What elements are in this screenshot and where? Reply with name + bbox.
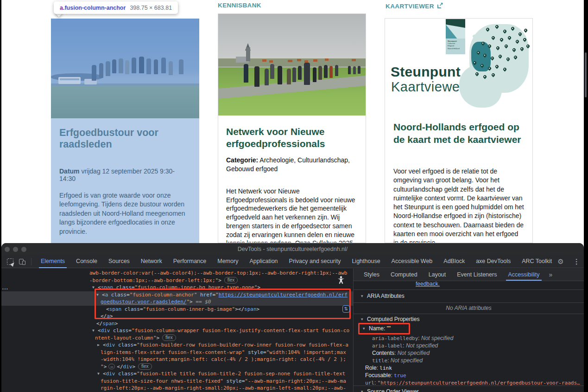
sidebar-tab-layout[interactable]: Layout: [423, 269, 452, 281]
section-aria-attributes[interactable]: ▾ARIA Attributes: [354, 290, 584, 302]
tab-sources[interactable]: Sources: [103, 255, 135, 268]
flex-badge[interactable]: flex: [138, 363, 152, 370]
code-line[interactable]: ▼<div class="fusion-title title fusion-t…: [1, 370, 353, 378]
kaartviewer-wordmark-light: Kaartviewer: [391, 79, 465, 95]
photo-person-figure: [270, 64, 274, 79]
card3-description: Voor veel erfgoed is de relatie tot de o…: [393, 167, 524, 243]
card-erfgoedbustour[interactable]: Erfgoedbustour voor raadsleden Datum vri…: [51, 19, 199, 243]
date-label: Datum: [59, 167, 80, 175]
kebab-menu-icon[interactable]: ⋮: [573, 257, 580, 266]
a11y-name-row[interactable]: ▾Name: "": [363, 325, 391, 332]
tab-memory[interactable]: Memory: [212, 255, 244, 268]
code-line[interactable]: ">…</div>flex: [1, 363, 353, 371]
inspect-tooltip-selector: a.fusion-column-anchor: [60, 5, 126, 11]
settings-gear-icon[interactable]: ⚙: [557, 257, 563, 266]
tab-accessible-web[interactable]: Accessible Web: [386, 255, 438, 268]
sidebar-tab-computed[interactable]: Computed: [385, 269, 423, 281]
photo-blue-tint: [51, 19, 199, 118]
photo-roof: [269, 60, 273, 63]
code-line[interactable]: ▼<span class="fusion-column-inner-bg hov…: [1, 284, 353, 291]
sidebar-tab-accessibility[interactable]: Accessibility: [502, 269, 545, 281]
code-line[interactable]: -width:104% !important;margin-left: calc…: [1, 356, 353, 363]
a11y-prop-contents: Contents: Not specified: [354, 349, 584, 357]
sidebar-tab-event-listeners[interactable]: Event Listeners: [451, 269, 502, 281]
more-tabs-chevron-icon[interactable]: »: [549, 271, 553, 278]
card2-description: Het Netwerk voor Nieuwe Erfgoedprofessio…: [226, 187, 358, 243]
card1-description: Erfgoed is van grote waarde voor onze le…: [59, 191, 191, 236]
code-line[interactable]: ntent-layout-column">flex: [1, 334, 353, 342]
card-kaartviewer[interactable]: SteunpuntCultureelErfgoedNoord-Holland S…: [385, 18, 533, 243]
screenshot-root: Erfgoedbustour voor raadsleden Datum vri…: [0, 0, 588, 392]
photo-person-figure: [292, 67, 296, 82]
a11y-prop-title: title: Not specified: [354, 357, 584, 364]
photo-person-figure: [287, 69, 291, 84]
section-kennisbank[interactable]: KENNISBANK: [218, 2, 261, 9]
photo-person-figure: [348, 66, 351, 74]
expand-ellipsis-badge[interactable]: …: [108, 364, 115, 369]
kaartviewer-label: KAARTVIEWER: [386, 3, 434, 10]
card1-photo: [51, 19, 199, 118]
accessibility-person-icon[interactable]: [337, 276, 345, 284]
tab-lighthouse[interactable]: Lighthouse: [346, 255, 386, 268]
card3-title: Noord-Hollands erfgoed op de kaart met d…: [393, 111, 524, 146]
devtools-main: awb-border-color:var(--awb-color4);--awb…: [1, 269, 584, 392]
sidebar-tab-styles[interactable]: Styles: [358, 269, 385, 281]
code-line[interactable]: </a>: [1, 313, 353, 320]
card-netwerk[interactable]: Netwerk voor Nieuwe erfgoedprofessionals…: [218, 13, 366, 243]
devtools-tabs: ElementsConsoleSourcesNetworkPerformance…: [35, 255, 557, 268]
kaartviewer-wordmark-bold: Steunpunt: [391, 64, 461, 80]
code-line[interactable]: lign-items-flex-start fusion-flex-conten…: [1, 349, 353, 356]
code-line[interactable]: ▼<a class="fusion-column-anchor" href="h…: [1, 291, 353, 299]
photo-roof: [352, 59, 356, 61]
photo-person-figure: [335, 65, 338, 76]
tab-elements[interactable]: Elements: [35, 255, 70, 268]
code-line[interactable]: awb-border-color:var(--awb-color4);--awb…: [1, 270, 353, 277]
code-line[interactable]: </span>: [1, 320, 353, 328]
inspect-tooltip-dimensions: 398.75 × 683.81: [130, 5, 172, 11]
tab-privacy-and-security[interactable]: Privacy and security: [284, 255, 347, 268]
photo-person-figure: [265, 69, 269, 85]
browser-page: Erfgoedbustour voor raadsleden Datum vri…: [0, 0, 584, 243]
chevron-down-icon: ▾: [363, 326, 369, 331]
photo-person-figure: [304, 63, 310, 85]
section-computed-properties[interactable]: ▾Computed Properties: [354, 314, 584, 324]
tab-network[interactable]: Network: [135, 255, 168, 268]
code-line[interactable]: <span class="fusion-column-inner-bg-imag…: [1, 306, 353, 313]
device-toolbar-icon[interactable]: [19, 258, 25, 265]
code-line[interactable]: fusion-title-size-four nhws-title-fixed"…: [1, 378, 353, 385]
a11y-prop-aria-labelledby: aria-labelledby: Not specified: [354, 334, 584, 342]
scroll-into-view-badge[interactable]: ⇅: [342, 305, 350, 313]
no-aria-attributes-text: No ARIA attributes: [354, 305, 584, 311]
card2-title: Netwerk voor Nieuwe erfgoedprofessionals: [226, 116, 358, 150]
a11y-prop-aria-label: aria-label: Not specified: [354, 342, 584, 349]
feedback-link[interactable]: feedback.: [416, 281, 440, 287]
tab-adblock[interactable]: AdBlock: [438, 255, 470, 268]
ellipsis-marker: ⋯: [2, 285, 9, 292]
tab-performance[interactable]: Performance: [168, 255, 212, 268]
chevron-down-icon: ▾: [361, 314, 367, 324]
page-scrollbar[interactable]: [585, 52, 587, 97]
code-line[interactable]: goedbustour-voor-raadsleden/"> == $0: [1, 298, 353, 306]
elements-panel: awb-border-color:var(--awb-color4);--awb…: [1, 269, 353, 392]
a11y-props: aria-labelledby: Not specifiedaria-label…: [354, 334, 584, 386]
photo-person-figure: [318, 66, 322, 80]
card2-category: Categorie: Archeologie, Cultuurlandschap…: [226, 156, 358, 174]
section-kaartviewer[interactable]: KAARTVIEWER↗: [386, 3, 443, 10]
chevron-down-icon: ▾: [361, 386, 367, 392]
code-line[interactable]: ▶<div class="fusion-builder-row fusion-b…: [1, 341, 353, 349]
tab-axe-devtools[interactable]: axe DevTools: [470, 255, 516, 268]
photo-roof: [288, 60, 292, 62]
code-line[interactable]: ▼<div class="fusion-column-wrapper fusio…: [1, 327, 353, 334]
section-source-order-viewer[interactable]: ▾Source Order Viewer: [354, 386, 584, 392]
photo-person-figure: [329, 66, 333, 78]
flex-badge[interactable]: flex: [162, 334, 176, 341]
code-line[interactable]: rgin-left:20px;--awb-margin-right-small:…: [1, 385, 353, 392]
flex-badge[interactable]: flex: [224, 277, 238, 283]
card2-photo: [218, 14, 366, 116]
tab-application[interactable]: Application: [244, 255, 283, 268]
inspect-element-icon[interactable]: [7, 258, 13, 265]
tab-console[interactable]: Console: [70, 255, 103, 268]
card1-body: Erfgoedbustour voor raadsleden Datum vri…: [51, 118, 199, 236]
code-line[interactable]: -border-bottom:1px;--awb-border-left:1px…: [1, 277, 353, 284]
tab-arc-toolkit[interactable]: ARC Toolkit: [516, 255, 557, 268]
